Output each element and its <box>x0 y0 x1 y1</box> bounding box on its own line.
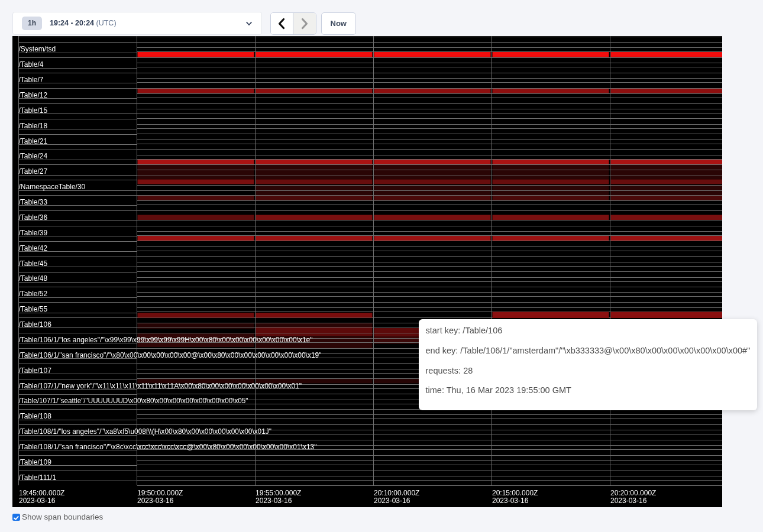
svg-text:/Table/15: /Table/15 <box>19 106 48 115</box>
svg-text:2023-03-16: 2023-03-16 <box>137 497 174 505</box>
svg-text:2023-03-16: 2023-03-16 <box>256 497 292 505</box>
svg-text:/Table/107/1/"seattle"/"UUUUUU: /Table/107/1/"seattle"/"UUUUUUUD\x00\x80… <box>19 397 248 405</box>
svg-text:/Table/33: /Table/33 <box>19 198 48 206</box>
svg-text:/Table/111/1: /Table/111/1 <box>19 473 57 482</box>
svg-text:/NamespaceTable/30: /NamespaceTable/30 <box>19 183 86 191</box>
svg-text:/Table/12: /Table/12 <box>19 91 48 99</box>
svg-text:/Table/106/1/"los angeles"/"\x: /Table/106/1/"los angeles"/"\x99\x99\x99… <box>19 336 313 344</box>
svg-text:2023-03-16: 2023-03-16 <box>492 497 529 505</box>
svg-text:/Table/107/1/"new york"/"\x11\: /Table/107/1/"new york"/"\x11\x11\x11\x1… <box>19 382 302 390</box>
svg-text:2023-03-16: 2023-03-16 <box>19 497 56 505</box>
svg-text:/Table/108/1/"san francisco"/": /Table/108/1/"san francisco"/"\x8c\xcc\x… <box>19 443 317 451</box>
svg-text:/Table/27: /Table/27 <box>19 167 48 176</box>
svg-text:/Table/52: /Table/52 <box>19 290 48 298</box>
svg-text:/Table/24: /Table/24 <box>19 152 48 160</box>
svg-text:2023-03-16: 2023-03-16 <box>374 497 410 505</box>
svg-text:/Table/107: /Table/107 <box>19 366 52 375</box>
svg-text:/Table/109: /Table/109 <box>19 458 52 466</box>
svg-text:/Table/36: /Table/36 <box>19 213 48 222</box>
svg-text:/Table/39: /Table/39 <box>19 229 48 237</box>
svg-text:/Table/106/1/"san francisco"/": /Table/106/1/"san francisco"/"\x80\x00\x… <box>19 351 322 359</box>
svg-text:/Table/108/1/"los angeles"/"\x: /Table/108/1/"los angeles"/"\xa8\xf5\u00… <box>19 427 272 436</box>
svg-text:/Table/18: /Table/18 <box>19 122 48 130</box>
svg-text:/Table/7: /Table/7 <box>19 76 44 84</box>
svg-text:20:15:00.000Z: 20:15:00.000Z <box>492 489 538 497</box>
svg-text:/Table/45: /Table/45 <box>19 259 48 268</box>
svg-text:/System/tsd: /System/tsd <box>19 45 56 53</box>
svg-text:19:55:00.000Z: 19:55:00.000Z <box>256 489 301 497</box>
svg-text:/Table/21: /Table/21 <box>19 137 48 145</box>
svg-text:/Table/42: /Table/42 <box>19 244 48 252</box>
svg-text:/Table/48: /Table/48 <box>19 274 48 283</box>
svg-text:19:45:00.000Z: 19:45:00.000Z <box>19 489 64 497</box>
svg-text:/Table/106: /Table/106 <box>19 320 52 329</box>
svg-text:/Table/108: /Table/108 <box>19 412 52 420</box>
svg-text:20:20:00.000Z: 20:20:00.000Z <box>610 489 656 497</box>
svg-text:20:10:00.000Z: 20:10:00.000Z <box>374 489 419 497</box>
svg-text:19:50:00.000Z: 19:50:00.000Z <box>137 489 183 497</box>
svg-text:2023-03-16: 2023-03-16 <box>610 497 647 505</box>
svg-text:/Table/4: /Table/4 <box>19 60 44 69</box>
svg-text:/Table/55: /Table/55 <box>19 305 48 313</box>
